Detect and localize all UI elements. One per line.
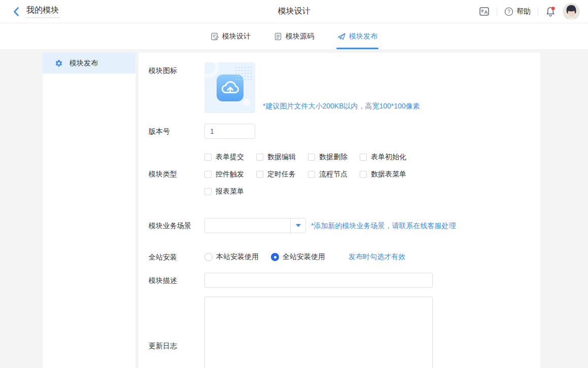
checkbox-form-init[interactable]: 表单初始化 [360,152,411,162]
tab-active-underline [336,48,378,49]
checkbox-label: 数据删除 [319,153,348,162]
checkbox-icon[interactable] [256,171,263,178]
form-row-module-type: 模块类型 表单提交 数据编辑 数据删除 表单初始化 [149,152,540,197]
form-row-site-install: 全站安装 本站安装使用 全站安装使用 发布时勾选才有效 [149,252,540,262]
module-publish-form: 模块图标 [139,53,540,368]
form-row-description: 模块描述 [149,273,540,288]
svg-text:A: A [485,9,488,15]
checkbox-label: 控件触发 [216,170,244,179]
source-doc-icon [274,32,282,41]
tab-label: 模块源码 [286,32,314,41]
tab-label: 模块发布 [349,32,377,41]
checkbox-label: 数据表菜单 [371,170,406,179]
field-label: 模块业务场景 [149,218,204,233]
question-circle-icon: ? [504,7,513,16]
version-input[interactable] [204,124,255,139]
header-divider [538,8,538,16]
header: 我的模块 模块设计 A ? 帮助 [0,0,588,23]
checkbox-label: 报表菜单 [216,187,244,196]
language-icon[interactable]: A [479,6,490,17]
checkbox-icon[interactable] [204,154,212,161]
checkbox-scheduled-task[interactable]: 定时任务 [256,169,308,179]
radio-label: 本站安装使用 [216,252,259,262]
decor-circle [243,99,250,106]
description-input[interactable] [204,273,433,288]
module-icon-upload[interactable] [204,62,255,113]
paper-plane-icon [337,32,345,41]
header-divider [497,8,497,16]
radio-local-install[interactable]: 本站安装使用 [204,252,259,262]
form-row-business-scene: 模块业务场景 *添加新的模块业务场景，请联系在线客服处理 [149,218,540,233]
form-row-module-icon: 模块图标 [149,62,540,113]
checkbox-icon[interactable] [204,171,212,178]
business-scene-select[interactable] [204,218,306,233]
checkbox-data-edit[interactable]: 数据编辑 [256,152,308,162]
checkbox-report-menu[interactable]: 报表菜单 [204,187,256,197]
checkbox-form-submit[interactable]: 表单提交 [204,152,256,162]
design-doc-icon [211,32,219,41]
select-value [205,218,290,233]
form-row-changelog: 更新日志 [149,297,540,368]
checkbox-label: 表单提交 [216,153,244,162]
changelog-textarea[interactable] [204,297,433,368]
checkbox-icon[interactable] [360,171,367,178]
radio-label: 全站安装使用 [283,252,325,262]
radio-icon[interactable] [204,253,213,261]
checkbox-icon[interactable] [256,154,263,161]
chevron-down-icon [296,224,301,227]
business-scene-hint: *添加新的模块业务场景，请联系在线客服处理 [311,218,456,233]
checkbox-icon[interactable] [204,188,212,195]
module-icon-hint: *建议图片文件大小200KB以内，高宽100*100像素 [263,102,420,113]
checkbox-datatable-menu[interactable]: 数据表菜单 [360,169,411,179]
checkbox-label: 数据编辑 [267,153,296,162]
notification-badge [551,7,555,10]
install-effective-link[interactable]: 发布时勾选才有效 [349,252,405,262]
tab-bar: 模块设计 模块源码 模块发布 [0,23,588,49]
field-label: 全站安装 [149,252,204,262]
avatar[interactable] [563,3,580,20]
module-icon-area: *建议图片文件大小200KB以内，高宽100*100像素 [204,62,420,113]
svg-text:?: ? [507,9,510,14]
tab-module-design[interactable]: 模块设计 [211,23,251,49]
page-body: 模块发布 模块图标 [0,50,588,368]
radio-icon-selected[interactable] [271,253,279,261]
module-type-options: 表单提交 数据编辑 数据删除 表单初始化 控件触发 [204,152,411,197]
checkbox-control-trigger[interactable]: 控件触发 [204,169,256,179]
select-arrow-button[interactable] [290,218,305,233]
notifications-button[interactable] [545,6,556,17]
help-label: 帮助 [516,7,531,16]
tab-module-publish[interactable]: 模块发布 [337,23,377,49]
help-button[interactable]: ? 帮助 [504,7,531,16]
gear-icon [55,59,63,67]
bell-icon [545,6,556,17]
sidebar: 模块发布 [43,53,135,368]
checkbox-icon[interactable] [308,171,315,178]
form-row-version: 版本号 [149,124,540,139]
tab-module-source[interactable]: 模块源码 [274,23,314,49]
checkbox-label: 流程节点 [319,170,348,179]
checkbox-label: 表单初始化 [371,153,406,162]
field-label: 更新日志 [149,342,204,351]
field-label: 模块类型 [149,170,204,179]
checkbox-flow-node[interactable]: 流程节点 [308,169,360,179]
checkbox-icon[interactable] [308,154,315,161]
sidebar-item-label: 模块发布 [70,59,98,68]
checkbox-label: 定时任务 [267,170,296,179]
radio-sitewide-install[interactable]: 全站安装使用 [271,252,325,262]
site-install-options: 本站安装使用 全站安装使用 发布时勾选才有效 [204,252,405,262]
decor-dots [234,66,252,80]
checkbox-data-delete[interactable]: 数据删除 [308,152,360,162]
header-actions: A ? 帮助 [479,3,588,20]
field-label: 版本号 [149,124,204,139]
field-label: 模块描述 [149,273,204,288]
sidebar-item-module-publish[interactable]: 模块发布 [43,53,135,73]
checkbox-icon[interactable] [360,154,367,161]
tab-label: 模块设计 [222,32,251,41]
field-label: 模块图标 [149,62,204,113]
